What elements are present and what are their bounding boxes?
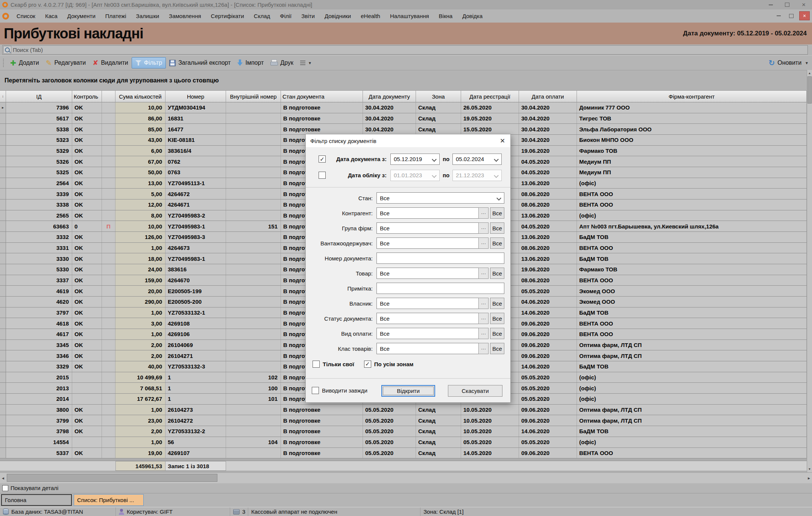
menu-item-2[interactable]: Каса [40,11,62,21]
date-document-to-select[interactable]: 05.02.2024 [452,154,502,165]
tab-list-active[interactable]: Список: Прибуткові ... [74,494,144,506]
menu-item-14[interactable]: Вікна [434,11,458,21]
tab-main[interactable]: Головна [1,494,72,506]
table-row[interactable]: 3799OK23,0026104272В подготовке05.05.202… [0,415,807,426]
lookup-all-button[interactable]: Все [490,298,504,309]
lookup-all-button[interactable]: Все [490,343,504,354]
scroll-right-icon[interactable]: ► [806,473,812,483]
column-header-2[interactable]: Контроль [72,90,102,102]
field-text-input[interactable] [376,253,504,264]
add-button[interactable]: ✚ Додати [7,58,42,68]
column-header-11[interactable]: Дата оплати [519,90,577,102]
lookup-all-button[interactable]: Все [490,207,504,219]
field-lookup-input[interactable]: Все [376,237,478,249]
column-header-7[interactable]: Стан документа [281,90,363,102]
dialog-close-icon[interactable]: ✕ [495,134,510,147]
menu-item-15[interactable]: Довідка [457,11,487,21]
search-box[interactable] [2,45,808,55]
all-zones-checkbox[interactable] [364,361,371,368]
cancel-button[interactable]: Скасувати [448,385,502,397]
column-header-6[interactable]: Внутрішній номер [226,90,281,102]
lookup-browse-button[interactable]: ··· [478,207,489,219]
lookup-browse-button[interactable]: ··· [478,237,489,249]
table-row[interactable]: 5337OK19,004269107В подготовке05.05.2020… [0,448,807,459]
mdi-close-button[interactable]: × [799,11,810,20]
lookup-all-button[interactable]: Все [490,222,504,234]
column-header-10[interactable]: Дата реєстрації [461,90,519,102]
menu-item-10[interactable]: Звіти [296,11,320,21]
field-lookup-input[interactable]: Все [376,207,478,219]
lookup-browse-button[interactable]: ··· [478,222,489,234]
field-lookup-input[interactable]: Все [376,328,478,339]
field-combobox[interactable]: Все [376,192,504,204]
date-accounting-checkbox[interactable] [319,172,326,179]
menu-item-3[interactable]: Документи [62,11,100,21]
date-accounting-from-select[interactable]: 01.01.2023 [390,170,440,181]
column-header-9[interactable]: Зона [416,90,461,102]
table-row[interactable]: 145541,0056104В подготовке05.05.2020Скла… [0,437,807,448]
date-document-checkbox[interactable] [319,155,326,163]
filter-button[interactable]: Фільтр [132,57,166,68]
lookup-browse-button[interactable]: ··· [478,268,489,279]
menu-item-9[interactable]: Філії [275,11,296,21]
lookup-browse-button[interactable]: ··· [478,313,489,324]
menu-item-4[interactable]: Платежі [100,11,131,21]
menu-item-5[interactable]: Залишки [131,11,164,21]
menu-item-11[interactable]: Довідники [320,11,356,21]
field-lookup-input[interactable]: Все [376,298,478,309]
menu-item-1[interactable]: Список [12,11,40,21]
column-header-5[interactable]: Номер [165,90,226,102]
minimize-button[interactable] [762,0,779,9]
mdi-restore-button[interactable] [786,12,796,20]
menu-item-6[interactable]: Замовлення [164,11,206,21]
mdi-minimize-button[interactable] [774,12,783,20]
delete-button[interactable]: ✘ Видалити [89,58,131,68]
table-row[interactable]: 3798OK2,00YZ70533132-2В подготовке05.05.… [0,426,807,437]
horizontal-scroll-thumb[interactable] [7,474,217,482]
import-button[interactable]: Імпорт [234,58,267,68]
lookup-all-button[interactable]: Все [490,313,504,324]
column-header-3[interactable] [102,90,115,102]
group-by-bar[interactable]: Перетягніть заголовок колонки сюди для у… [0,70,812,90]
vertical-scroll-thumb[interactable] [807,76,812,104]
open-button[interactable]: Відкрити [381,385,435,397]
lookup-browse-button[interactable]: ··· [478,298,489,309]
only-own-checkbox[interactable] [313,361,320,368]
field-lookup-input[interactable]: Все [376,222,478,234]
lookup-browse-button[interactable]: ··· [478,328,489,339]
field-lookup-input[interactable]: Все [376,268,478,279]
menu-item-8[interactable]: Склад [249,11,275,21]
table-row[interactable]: 3800OK1,0026104273В подготовке05.05.2020… [0,405,807,416]
scroll-left-icon[interactable]: ◄ [0,473,6,483]
search-input[interactable] [12,46,807,53]
column-header-12[interactable]: Фірма-контрагент [577,90,807,102]
lookup-browse-button[interactable]: ··· [478,343,489,354]
lookup-all-button[interactable]: Все [490,268,504,279]
scroll-up-icon[interactable]: ▲ [807,70,812,76]
date-document-from-select[interactable]: 05.12.2019 [390,154,440,165]
column-header-4[interactable]: Сума кількостей [115,90,165,102]
column-header-1[interactable]: ІД [6,90,72,102]
date-accounting-to-select[interactable]: 21.12.2023 [452,170,502,181]
view-options-button[interactable]: ▼ [297,59,315,67]
export-button[interactable]: Загальний експорт [166,58,234,68]
horizontal-scrollbar[interactable]: ◄ ► [0,472,812,483]
close-button[interactable]: × [795,0,812,9]
menu-item-13[interactable]: Налаштування [385,11,434,21]
lookup-all-button[interactable]: Все [490,328,504,339]
toolbar-grip[interactable] [3,59,4,67]
menu-item-7[interactable]: Сертифікати [206,11,249,21]
column-header-8[interactable]: Дата документу [363,90,416,102]
table-row[interactable]: 5617OK86,0016831В подготовке30.04.2020Ск… [0,113,807,124]
lookup-all-button[interactable]: Все [490,237,504,249]
always-show-checkbox[interactable] [312,387,319,394]
field-lookup-input[interactable]: Все [376,313,478,324]
field-lookup-input[interactable]: Все [376,343,478,354]
edit-button[interactable]: ✎ Редагувати [42,58,90,68]
table-row[interactable]: 5338OK85,0016477В подготовке30.04.2020Ск… [0,124,807,135]
field-text-input[interactable] [376,283,504,294]
vertical-scrollbar[interactable]: ▲ ▼ [807,70,812,472]
print-button[interactable]: Друк [267,58,297,68]
scroll-down-icon[interactable]: ▼ [807,466,812,472]
maximize-button[interactable] [779,0,795,9]
